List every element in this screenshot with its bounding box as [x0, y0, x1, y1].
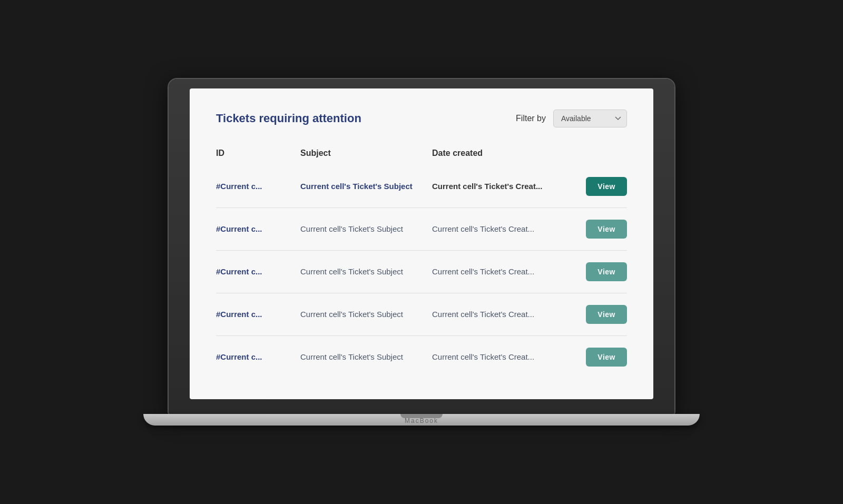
cell-subject: Current cell's Ticket's Subject	[300, 224, 432, 233]
screen-bezel: Tickets requiring attention Filter by Av…	[169, 79, 674, 414]
screen-content: Tickets requiring attention Filter by Av…	[190, 88, 653, 399]
col-header-subject: Subject	[300, 149, 432, 158]
table-body: #Current c... Current cell's Ticket's Su…	[216, 165, 627, 378]
cell-subject: Current cell's Ticket's Subject	[300, 182, 432, 191]
cell-id: #Current c...	[216, 267, 300, 276]
cell-id: #Current c...	[216, 310, 300, 319]
view-button[interactable]: View	[586, 177, 627, 196]
laptop-notch	[400, 414, 443, 418]
cell-action: View	[564, 305, 627, 324]
laptop-brand: MacBook	[405, 417, 438, 424]
cell-date: Current cell's Ticket's Creat...	[432, 310, 564, 319]
cell-date: Current cell's Ticket's Creat...	[432, 224, 564, 233]
filter-row: Filter by Available Pending Resolved Clo…	[516, 110, 627, 127]
cell-action: View	[564, 220, 627, 239]
laptop-wrapper: Tickets requiring attention Filter by Av…	[169, 79, 674, 426]
table-row: #Current c... Current cell's Ticket's Su…	[216, 336, 627, 378]
view-button[interactable]: View	[586, 220, 627, 239]
cell-subject: Current cell's Ticket's Subject	[300, 267, 432, 276]
cell-action: View	[564, 262, 627, 281]
cell-date: Current cell's Ticket's Creat...	[432, 352, 564, 361]
cell-date: Current cell's Ticket's Creat...	[432, 267, 564, 276]
cell-action: View	[564, 177, 627, 196]
filter-select[interactable]: Available Pending Resolved Closed	[553, 110, 627, 127]
laptop-base: MacBook	[143, 414, 700, 426]
view-button[interactable]: View	[586, 262, 627, 281]
table-row: #Current c... Current cell's Ticket's Su…	[216, 208, 627, 251]
cell-subject: Current cell's Ticket's Subject	[300, 352, 432, 361]
cell-action: View	[564, 348, 627, 367]
col-header-date: Date created	[432, 149, 564, 158]
table-row: #Current c... Current cell's Ticket's Su…	[216, 293, 627, 336]
page-title: Tickets requiring attention	[216, 112, 361, 125]
filter-label: Filter by	[516, 114, 546, 123]
cell-id: #Current c...	[216, 182, 300, 191]
cell-id: #Current c...	[216, 224, 300, 233]
header-row: Tickets requiring attention Filter by Av…	[216, 110, 627, 127]
table-header: ID Subject Date created	[216, 143, 627, 165]
cell-date: Current cell's Ticket's Creat...	[432, 182, 564, 191]
cell-subject: Current cell's Ticket's Subject	[300, 310, 432, 319]
table-row: #Current c... Current cell's Ticket's Su…	[216, 251, 627, 293]
col-header-action	[564, 149, 627, 158]
cell-id: #Current c...	[216, 352, 300, 361]
table-row: #Current c... Current cell's Ticket's Su…	[216, 165, 627, 208]
col-header-id: ID	[216, 149, 300, 158]
view-button[interactable]: View	[586, 305, 627, 324]
view-button[interactable]: View	[586, 348, 627, 367]
